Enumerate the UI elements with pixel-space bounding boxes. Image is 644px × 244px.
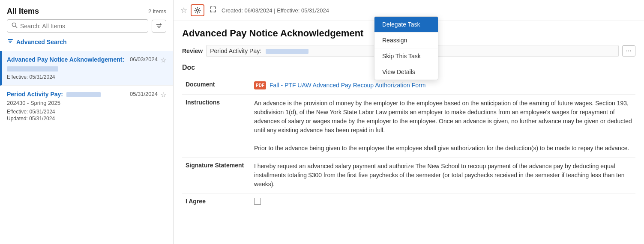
- list-item[interactable]: Advanced Pay Notice Acknowledgement: 06/…: [0, 51, 173, 86]
- search-row: [0, 19, 173, 36]
- expand-icon: [210, 6, 216, 13]
- redacted-content: [66, 92, 101, 97]
- field-value: PDF Fall - PTF UAW Advanced Pay Recoup A…: [251, 77, 635, 95]
- search-input[interactable]: [20, 23, 144, 30]
- search-box[interactable]: [7, 19, 148, 33]
- dropdown-item-view-details[interactable]: View Details: [374, 64, 438, 80]
- gear-button[interactable]: [191, 4, 204, 16]
- doc-table: Document PDF Fall - PTF UAW Advanced Pay…: [182, 77, 635, 211]
- list-item-updated: Updated: 05/31/2024: [7, 116, 166, 122]
- favorite-star-icon[interactable]: ☆: [180, 6, 187, 15]
- field-label: I Agree: [182, 193, 251, 212]
- dropdown-item-reassign[interactable]: Reassign: [374, 33, 438, 48]
- left-header: All Items 2 items: [0, 0, 173, 19]
- svg-rect-6: [9, 41, 12, 42]
- toolbar-meta: Created: 06/03/2024 | Effective: 05/31/2…: [222, 7, 329, 14]
- field-value: I hereby request an advanced salary paym…: [251, 158, 635, 193]
- star-icon[interactable]: ☆: [160, 56, 166, 64]
- svg-rect-7: [9, 42, 11, 43]
- list-item[interactable]: Period Activity Pay: 05/31/2024 ☆ 202430…: [0, 86, 173, 127]
- field-label: Instructions: [182, 95, 251, 158]
- list-item-date: 06/03/2024: [130, 56, 158, 62]
- right-panel: ☆ Created: 06/03/2024 | Effective: 05/31…: [174, 0, 644, 244]
- redacted-content: [266, 49, 309, 54]
- sort-icon: [156, 23, 162, 30]
- dropdown-menu: Delegate Task Reassign Skip This Task Vi…: [374, 16, 438, 80]
- field-value: [251, 193, 635, 212]
- list-item-date: 05/31/2024: [130, 91, 158, 97]
- list-item-title: Period Activity Pay:: [7, 91, 126, 98]
- three-dots-button[interactable]: ···: [622, 45, 635, 57]
- left-panel: All Items 2 items: [0, 0, 174, 244]
- field-value: An advance is the provision of money by …: [251, 95, 635, 158]
- field-label: Document: [182, 77, 251, 95]
- table-row: Signature Statement I hereby request an …: [182, 158, 635, 193]
- search-icon: [12, 22, 18, 30]
- list-item-header: Advanced Pay Notice Acknowledgement: 06/…: [7, 56, 166, 64]
- list-item-subtitle: 202430 - Spring 2025: [7, 100, 166, 106]
- pdf-badge: PDF: [254, 81, 266, 89]
- advanced-search-link[interactable]: Advanced Search: [16, 39, 67, 45]
- svg-line-1: [15, 26, 17, 28]
- list-item-effective: Effective: 05/31/2024: [7, 74, 166, 80]
- list-item-title: Advanced Pay Notice Acknowledgement:: [7, 56, 126, 63]
- redacted-content: [7, 66, 58, 71]
- list-item-header: Period Activity Pay: 05/31/2024 ☆: [7, 91, 166, 99]
- items-count: 2 items: [148, 8, 166, 15]
- panel-title: All Items: [7, 7, 39, 16]
- table-row: I Agree: [182, 193, 635, 212]
- review-label: Review: [182, 48, 203, 54]
- dropdown-item-skip-task[interactable]: Skip This Task: [374, 48, 438, 64]
- advanced-search-row: Advanced Search: [0, 36, 173, 51]
- star-icon[interactable]: ☆: [160, 91, 166, 99]
- list-item-subtitle: [7, 65, 166, 71]
- svg-rect-5: [8, 39, 13, 40]
- expand-button[interactable]: [208, 4, 218, 16]
- table-row: Instructions An advance is the provision…: [182, 95, 635, 158]
- filter-icon: [7, 38, 14, 46]
- field-label: Signature Statement: [182, 158, 251, 193]
- sort-button[interactable]: [152, 20, 166, 33]
- gear-icon: [194, 7, 201, 14]
- dropdown-item-delegate-task[interactable]: Delegate Task: [374, 17, 438, 32]
- pdf-link[interactable]: PDF Fall - PTF UAW Advanced Pay Recoup A…: [254, 81, 632, 90]
- i-agree-checkbox[interactable]: [254, 198, 261, 205]
- svg-point-8: [197, 9, 199, 12]
- list-item-effective: Effective: 05/31/2024: [7, 109, 166, 115]
